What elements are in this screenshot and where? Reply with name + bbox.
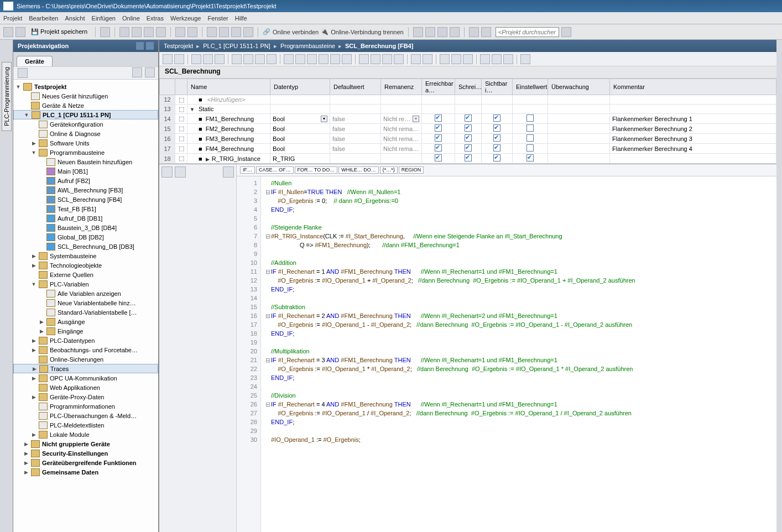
- tree-node[interactable]: PLC-Meldetextlisten: [13, 420, 158, 430]
- name-cell[interactable]: ■ ▶R_TRIG_Instance: [187, 154, 270, 164]
- column-header[interactable]: Schrei…: [455, 79, 482, 95]
- comment-cell[interactable]: [610, 105, 776, 114]
- tree-node[interactable]: ▼PLC_1 [CPU 1511-1 PN]: [13, 110, 158, 119]
- tree-node[interactable]: ▶Geräte-Proxy-Daten: [13, 392, 158, 401]
- tree-node[interactable]: Neue Variablentabelle hinz…: [13, 298, 158, 307]
- expander-icon[interactable]: ▶: [23, 460, 29, 466]
- visible-cell[interactable]: [482, 124, 513, 134]
- tree-node[interactable]: ▼Testprojekt: [13, 82, 158, 91]
- tree-node[interactable]: ▼Programmbausteine: [13, 148, 158, 157]
- default-cell[interactable]: [330, 154, 381, 164]
- comment-cell[interactable]: Flankenmerker Berechnung 4: [610, 144, 776, 154]
- search-go-icon[interactable]: [561, 27, 571, 37]
- setpoint-cell[interactable]: [513, 124, 548, 134]
- code-text[interactable]: //Nullen⊟IF #I_Nullen=TRUE THEN //Wenn #…: [261, 176, 776, 532]
- tool2-icon[interactable]: [425, 27, 435, 37]
- ed-tool-icon[interactable]: [163, 54, 173, 64]
- tree-node[interactable]: ▶Systembausteine: [13, 251, 158, 260]
- tree-node[interactable]: ▶Geräteübergreifende Funktionen: [13, 458, 158, 467]
- tree-node[interactable]: ▶Software Units: [13, 138, 158, 148]
- comment-cell[interactable]: [610, 95, 776, 105]
- column-header[interactable]: Kommentar: [610, 79, 776, 95]
- snippet-button[interactable]: CASE… OF…: [256, 166, 294, 174]
- download-icon[interactable]: [207, 27, 217, 37]
- ed-tool-icon[interactable]: [203, 54, 213, 64]
- expander-icon[interactable]: ▶: [32, 366, 37, 372]
- column-header[interactable]: Erreichbar a…: [422, 79, 455, 95]
- comment-cell[interactable]: [610, 154, 776, 164]
- monitor-cell[interactable]: [548, 105, 610, 114]
- ed-tool-icon[interactable]: [371, 54, 380, 64]
- breadcrumb-segment[interactable]: SCL_Berechnung [FB4]: [345, 43, 413, 49]
- tree-node[interactable]: ▶Eingänge: [13, 326, 158, 336]
- expander-icon[interactable]: ▶: [31, 253, 37, 259]
- checkbox-icon[interactable]: [465, 124, 472, 132]
- tree-node[interactable]: PLC-Überwachungen & -Meld…: [13, 411, 158, 420]
- checkbox-icon[interactable]: [526, 154, 534, 161]
- column-header[interactable]: Name: [187, 79, 270, 95]
- tree-node[interactable]: ▶Nicht gruppierte Geräte: [13, 439, 158, 448]
- ed-tool-icon[interactable]: [423, 54, 432, 64]
- fold-icon[interactable]: ⊟: [265, 187, 271, 196]
- datatype-cell[interactable]: R_TRIG: [270, 154, 330, 164]
- expander-icon[interactable]: ▶: [31, 338, 37, 343]
- tree-node[interactable]: ▶Security-Einstellungen: [13, 448, 158, 458]
- tree-node[interactable]: Online & Diagnose: [13, 129, 158, 138]
- ed-tool-icon[interactable]: [330, 54, 340, 64]
- default-cell[interactable]: false: [330, 134, 381, 144]
- ed-tool-icon[interactable]: [255, 54, 265, 64]
- copy-icon[interactable]: [132, 27, 142, 37]
- name-cell[interactable]: ■ FM3_Berechnung: [187, 134, 270, 144]
- expander-icon[interactable]: ▶: [31, 432, 37, 437]
- fold-icon[interactable]: ⊟: [265, 356, 271, 364]
- checkbox-icon[interactable]: [526, 144, 534, 152]
- tree-node[interactable]: Aufruf [FB2]: [13, 176, 158, 185]
- menu-ansicht[interactable]: Ansicht: [65, 15, 85, 22]
- menu-online[interactable]: Online: [122, 15, 140, 22]
- ed-tool-icon[interactable]: [520, 54, 530, 64]
- monitor-cell[interactable]: [548, 95, 610, 105]
- expander-icon[interactable]: ▶: [31, 140, 37, 146]
- write-cell[interactable]: [455, 154, 482, 164]
- write-cell[interactable]: [455, 134, 482, 144]
- cut-icon[interactable]: [119, 27, 129, 37]
- dropdown-icon[interactable]: ▾: [413, 116, 419, 122]
- go-offline-button[interactable]: 🔌 Online-Verbindung trennen: [321, 28, 403, 35]
- setpoint-cell[interactable]: [513, 154, 548, 164]
- tree-node[interactable]: Externe Quellen: [13, 270, 158, 279]
- reachable-cell[interactable]: [422, 134, 455, 144]
- var-row[interactable]: 14 ⬚ ■ FM1_Berechnung Bool▾ false Nicht …: [160, 114, 776, 124]
- checkbox-icon[interactable]: [493, 144, 501, 152]
- expander-icon[interactable]: ▶: [31, 263, 37, 268]
- tree-node[interactable]: Online-Sicherungen: [13, 354, 158, 364]
- checkbox-icon[interactable]: [465, 144, 472, 152]
- tree-node[interactable]: Alle Variablen anzeigen: [13, 289, 158, 298]
- menu-extras[interactable]: Extras: [147, 15, 164, 22]
- new-project-icon[interactable]: [3, 27, 13, 37]
- checkbox-icon[interactable]: [526, 114, 534, 122]
- checkbox-icon[interactable]: [493, 124, 501, 132]
- ed-tool-icon[interactable]: [307, 54, 317, 64]
- visible-cell[interactable]: [482, 105, 513, 114]
- tree-node[interactable]: Main [OB1]: [13, 166, 158, 176]
- name-cell[interactable]: ■ <Hinzufügen>: [187, 95, 270, 105]
- tree-node[interactable]: Standard-Variablentabelle […: [13, 307, 158, 317]
- default-cell[interactable]: false: [330, 114, 381, 124]
- column-header[interactable]: Datentyp: [270, 79, 330, 95]
- var-row[interactable]: 15 ⬚ ■ FM2_Berechnung Bool false Nicht r…: [160, 124, 776, 134]
- expander-icon[interactable]: ▶: [23, 441, 29, 447]
- dropdown-icon[interactable]: ▾: [321, 116, 327, 122]
- menu-fenster[interactable]: Fenster: [207, 15, 228, 22]
- ed-tool-icon[interactable]: [394, 54, 404, 64]
- tree-node[interactable]: Gerätekonfiguration: [13, 119, 158, 129]
- checkbox-icon[interactable]: [435, 124, 442, 132]
- search-icon[interactable]: [243, 27, 253, 37]
- expander-icon[interactable]: ▼: [31, 150, 37, 155]
- ed-tool-icon[interactable]: [243, 54, 253, 64]
- setpoint-cell[interactable]: [513, 144, 548, 154]
- reachable-cell[interactable]: [422, 105, 455, 114]
- remanence-cell[interactable]: Nicht rema…: [381, 124, 422, 134]
- snippet-button[interactable]: FOR… TO DO…: [295, 166, 338, 174]
- tree-node[interactable]: ▶Beobachtungs- und Forcetabe…: [13, 345, 158, 354]
- close-x-icon[interactable]: [450, 27, 460, 37]
